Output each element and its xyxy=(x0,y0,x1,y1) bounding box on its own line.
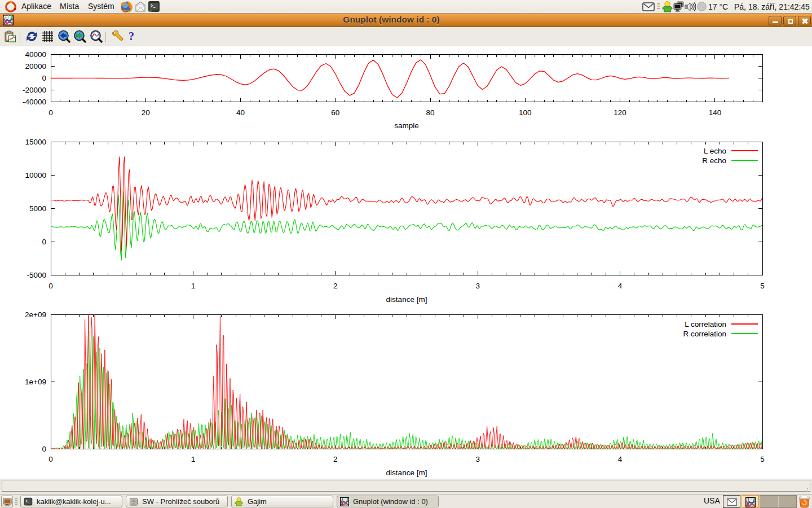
svg-text:40000: 40000 xyxy=(25,50,46,59)
svg-text:4: 4 xyxy=(618,282,623,290)
svg-text:5000: 5000 xyxy=(29,204,46,213)
svg-text:-40000: -40000 xyxy=(23,98,46,106)
svg-text:100: 100 xyxy=(519,108,532,117)
svg-text:1: 1 xyxy=(191,282,196,290)
svg-text:15000: 15000 xyxy=(25,138,46,146)
svg-text:R echo: R echo xyxy=(702,156,726,165)
svg-text:R correlation: R correlation xyxy=(683,330,726,338)
svg-text:2e+09: 2e+09 xyxy=(25,310,46,319)
svg-text:4: 4 xyxy=(618,455,623,463)
svg-text:0: 0 xyxy=(42,238,46,246)
svg-text:0: 0 xyxy=(48,455,53,463)
svg-text:L echo: L echo xyxy=(704,147,726,155)
svg-text:80: 80 xyxy=(426,108,435,117)
svg-text:20: 20 xyxy=(142,108,150,117)
svg-text:1e+09: 1e+09 xyxy=(25,378,46,386)
svg-text:5: 5 xyxy=(760,282,765,290)
svg-text:L correlation: L correlation xyxy=(685,320,726,329)
svg-text:-20000: -20000 xyxy=(23,86,46,94)
svg-text:2: 2 xyxy=(333,455,338,463)
svg-text:sample: sample xyxy=(394,121,419,130)
svg-text:2: 2 xyxy=(333,282,338,290)
svg-text:5: 5 xyxy=(760,455,765,463)
svg-text:0: 0 xyxy=(42,445,46,453)
svg-text:0: 0 xyxy=(42,74,46,82)
svg-text:-5000: -5000 xyxy=(27,271,46,279)
svg-text:140: 140 xyxy=(709,108,722,117)
svg-text:distance [m]: distance [m] xyxy=(386,295,427,304)
svg-text:1: 1 xyxy=(191,455,196,463)
svg-text:3: 3 xyxy=(475,455,480,463)
svg-text:10000: 10000 xyxy=(25,171,46,179)
svg-text:distance [m]: distance [m] xyxy=(386,468,427,477)
svg-text:3: 3 xyxy=(475,282,480,290)
svg-text:60: 60 xyxy=(331,108,339,117)
svg-text:20000: 20000 xyxy=(25,62,46,71)
svg-text:0: 0 xyxy=(48,108,53,117)
svg-text:0: 0 xyxy=(48,282,53,290)
svg-text:40: 40 xyxy=(236,108,245,117)
svg-text:120: 120 xyxy=(614,108,626,117)
